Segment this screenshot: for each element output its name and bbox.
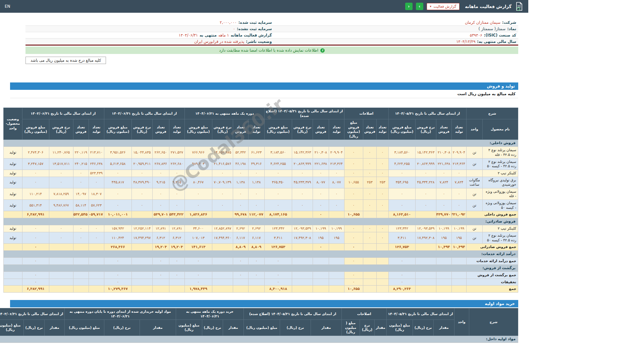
value-cell: ۴۴۵,۸۱۷	[104, 177, 131, 188]
value-cell: ۲۵۳	[363, 177, 376, 188]
value-cell: ۶,۳۱۲	[169, 232, 184, 243]
value-cell: ۰	[363, 170, 376, 177]
col-sub-header: مبلغ فروش (میلیون ریال)	[104, 119, 131, 140]
value-cell: ۰	[376, 188, 388, 199]
value-cell	[212, 272, 233, 279]
col-group-header: مواد اولیه خریداری شده از ابتدای دوره تا…	[64, 308, 176, 320]
info-label: سال مالی منتهی به:	[477, 39, 516, 44]
value-cell	[376, 272, 388, 279]
language-toggle[interactable]: EN	[5, 4, 10, 9]
value-cell	[73, 286, 89, 293]
info-value: سمتاز( سممتاز )	[479, 26, 506, 31]
value-cell: ۱۷,۴۹۴,۲۹۷	[131, 232, 152, 243]
value-cell: ۰	[292, 200, 313, 211]
unit-cell: تن	[466, 232, 482, 243]
value-cell: ۶,۱۱۷	[248, 232, 264, 243]
value-cell: ۱۱۰,۲۱۴	[22, 188, 49, 199]
info-unregistered-capital: سرمایه ثبت نشده: ۰	[28, 26, 272, 31]
amounts-note-box: کلیه مبالغ درج شده به میلیون ریال می باش…	[25, 57, 106, 64]
col-group-header: اصلاحات	[341, 308, 386, 320]
value-cell: ۱۰,۱۹۹	[451, 225, 466, 232]
value-cell: ۰	[104, 272, 131, 279]
value-cell: ۱۱,۲۴۰,۷۶۵	[49, 147, 73, 158]
value-cell: ۰	[329, 170, 344, 177]
value-cell: ۱۰,۶۵۵	[344, 211, 363, 218]
unit-cell: تن	[466, 188, 482, 199]
value-cell: ۰	[376, 200, 388, 211]
value-cell	[415, 258, 436, 265]
value-cell: ۵۲۳,۴۳۹	[89, 170, 104, 177]
report-type-dropdown[interactable]: گزارش فعالیت ▾	[427, 3, 460, 10]
value-cell: ۱۰,۳۹۴	[436, 244, 451, 251]
value-cell: ۰	[73, 232, 89, 243]
report-type-dropdown-label: گزارش فعالیت	[433, 4, 456, 9]
value-cell	[73, 272, 89, 279]
value-cell	[363, 272, 376, 279]
value-cell	[363, 211, 376, 218]
value-cell: ۴,۶۲۴,۲۵۵	[264, 158, 292, 170]
col-sub-header: نرخ (ریال)	[104, 320, 140, 336]
production-sales-title-bar: تولید و فروش	[10, 82, 518, 90]
value-cell	[131, 279, 152, 286]
col-sub-header: نرخ فروش (ریال)	[49, 119, 73, 140]
value-cell: ۱,۱۳۸	[233, 177, 248, 188]
product-name-cell: برق تولیدی نیروگاه خورشیدی	[483, 177, 518, 188]
value-cell: ۰	[451, 188, 466, 199]
value-cell: ۰	[264, 272, 292, 279]
value-cell: ۳,۴۱۱	[388, 232, 415, 243]
value-cell	[451, 286, 466, 293]
value-cell	[248, 286, 264, 293]
col-sub-header: نرخ (ریال)	[202, 320, 223, 336]
value-cell	[329, 286, 344, 293]
value-cell: ۰	[152, 272, 169, 279]
value-cell: ۱۴۱,۶۱۳	[184, 244, 212, 251]
info-row: نماد: سمتاز( سممتاز ) سرمایه ثبت نشده: ۰	[25, 26, 518, 32]
value-cell: ۰	[248, 170, 264, 177]
value-cell: ۰	[313, 211, 329, 218]
value-cell: ۰	[248, 188, 264, 199]
value-cell: ۰	[169, 272, 184, 279]
nav-back-button[interactable]: ‹	[405, 3, 413, 10]
value-cell: ۰	[233, 170, 248, 177]
value-cell: ۰	[104, 188, 131, 199]
raw-material-purchase-section: خرید مواد اولیه شرحواحداز ابتدای سال مال…	[10, 300, 518, 343]
value-cell	[436, 279, 451, 286]
main-content: شرکت: سیمان ممتازان کرمان سرمایه ثبت شده…	[0, 19, 528, 343]
value-cell: ۲۲۰,۱۱۹	[73, 147, 89, 158]
value-cell: ۰	[49, 170, 73, 177]
value-cell: ۰	[22, 225, 49, 232]
col-sub-header: نرخ (ریال)	[413, 320, 434, 336]
value-cell: ۴۳۹,۷۷۰	[436, 211, 451, 218]
info-value: ۲,۰۰۰,۰۰۰	[220, 20, 237, 25]
col-sub-header: نرخ فروش (ریال)	[415, 119, 436, 140]
value-cell	[89, 286, 104, 293]
value-cell	[363, 244, 376, 251]
value-cell: ۰	[131, 170, 152, 177]
value-cell: ۳,۴۱۱	[264, 232, 292, 243]
value-cell: ۱۲,۲۵۲,۱۱۴	[131, 225, 152, 232]
info-value: سیمان ممتازان کرمان	[465, 20, 500, 25]
value-cell: ۰	[264, 170, 292, 177]
value-cell	[212, 258, 233, 265]
sum-label: جمع برگشت از فروش	[466, 272, 518, 279]
page-title: گزارش فعالیت ماهانه	[465, 4, 512, 9]
col-sub-header: مقدار	[223, 320, 244, 336]
value-cell: ۰	[22, 272, 49, 279]
value-cell: ۰	[329, 188, 344, 199]
col-sub-header: مبلغ ( میلیون ریال)	[341, 320, 360, 336]
value-cell: ۱۵,۱۴۲,۳۶۳	[292, 147, 313, 158]
value-cell: ۷۰,۷۰۹,۱۳۹	[212, 177, 233, 188]
info-label: گزارش فعالیت ماهانه	[231, 33, 272, 38]
value-cell	[89, 258, 104, 265]
nav-forward-button[interactable]: ›	[416, 3, 423, 10]
col-group-header: از ابتدای سال مالی تا تاریخ ۱۴۰۴/۰۵/۳۱	[386, 308, 454, 320]
value-cell: ۱۵,۰۴۴,۸۳۵	[131, 147, 152, 158]
unit-cell: تن	[466, 147, 482, 158]
value-cell	[169, 286, 184, 293]
value-cell: ۰	[104, 279, 131, 286]
col-group-header: از ابتدای سال مالی تا تاریخ ۱۴۰۳/۰۶/۳۱	[0, 308, 64, 320]
product-name-cell: کلینکر تیپ ۲	[483, 170, 518, 177]
col-sub-header: نرخ فروش (ریال)	[131, 119, 152, 140]
value-cell: ۲۶۷,۸۳۶	[152, 158, 169, 170]
value-cell: ۱۲,۸۹۱	[169, 225, 184, 232]
